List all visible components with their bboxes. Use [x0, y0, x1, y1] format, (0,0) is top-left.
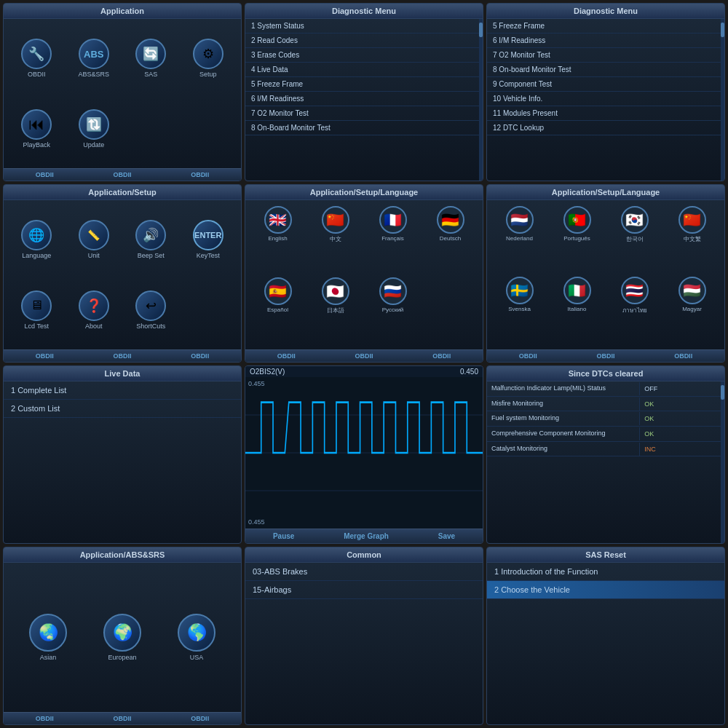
beep-icon: 🔊 — [135, 220, 166, 250]
menu-item-7[interactable]: 7 O2 Monitor Test — [245, 106, 479, 121]
icon-beep[interactable]: 🔊 Beep Set — [124, 206, 178, 274]
dtc-label-catalyst: Catalyst Monitoring — [487, 442, 639, 456]
icon-obdii[interactable]: 🔧 OBDII — [9, 25, 64, 92]
lang1-bottom-3[interactable]: OBDII — [432, 352, 451, 360]
live-data-item-1[interactable]: 1 Complete List — [4, 381, 241, 400]
flag-chinese-trad[interactable]: 🇨🇳 中文繁 — [665, 206, 719, 272]
main-grid: Application 🔧 OBDII ABS ABS&SRS 🔄 SAS ⚙ — [0, 0, 728, 728]
setup-bottom-1[interactable]: OBDII — [36, 352, 54, 360]
flag-japanese[interactable]: 🇯🇵 日本語 — [309, 277, 362, 344]
menu-item-2[interactable]: 2 Read Codes — [245, 33, 479, 48]
dtc-value-fuel: OK — [639, 412, 721, 425]
flag-hungarian[interactable]: 🇭🇺 Magyar — [665, 277, 719, 344]
lang2-bottom-1[interactable]: OBDII — [519, 352, 537, 360]
save-button[interactable]: Save — [438, 532, 455, 540]
flag-swedish[interactable]: 🇸🇪 Svenska — [493, 277, 546, 344]
panel-o2-graph: O2BIS2(V) 0.450 0.455 0.455 Pause Mer — [245, 365, 483, 544]
icon-european[interactable]: 🌍 European — [87, 571, 158, 703]
flag-german[interactable]: 🇩🇪 Deutsch — [424, 206, 477, 273]
graph-y-bottom: 0.455 — [248, 518, 265, 526]
diag2-item-12[interactable]: 12 DTC Lookup — [487, 121, 721, 135]
icon-keytest[interactable]: ENTER KeyTest — [181, 206, 236, 274]
flag-hungarian-label: Magyar — [682, 306, 702, 312]
panel-diag-menu-2: Diagnostic Menu 5 Freeze Frame 6 I/M Rea… — [486, 3, 725, 181]
icon-update[interactable]: 🔃 Update — [67, 95, 122, 163]
flag-dutch-icon: 🇳🇱 — [506, 206, 534, 234]
scrollbar-2[interactable] — [721, 19, 724, 181]
setup-placeholder — [181, 277, 236, 344]
pause-button[interactable]: Pause — [273, 532, 294, 540]
diag2-item-6[interactable]: 6 I/M Readiness — [487, 33, 721, 48]
dtc-scrollbar[interactable] — [721, 381, 724, 543]
lang2-bottom-2[interactable]: OBDII — [596, 352, 614, 360]
common-title: Common — [245, 547, 483, 563]
sas-item-2[interactable]: 2 Choose the Vehicle — [487, 581, 724, 599]
lang1-bottom-1[interactable]: OBDII — [277, 352, 296, 360]
flag-chinese[interactable]: 🇨🇳 中文 — [309, 206, 362, 273]
icon-lcdtest[interactable]: 🖥 Lcd Test — [9, 277, 64, 344]
icon-playback[interactable]: ⏮ PlayBack — [9, 95, 64, 163]
diag2-item-5[interactable]: 5 Freeze Frame — [487, 19, 721, 33]
bottom-btn-3[interactable]: OBDII — [191, 171, 209, 178]
app-setup-content: 🌐 Language 📏 Unit 🔊 Beep Set ENTER KeyTe… — [4, 200, 241, 349]
menu-item-6[interactable]: 6 I/M Readiness — [245, 92, 479, 106]
flag-german-icon: 🇩🇪 — [437, 206, 464, 234]
merge-graph-button[interactable]: Merge Graph — [344, 532, 389, 540]
keytest-icon: ENTER — [193, 220, 223, 250]
flag-russian[interactable]: 🇷🇺 Русский — [366, 277, 419, 344]
obdii-icon: 🔧 — [21, 39, 52, 69]
flag-english[interactable]: 🇬🇧 English — [251, 206, 304, 273]
menu-item-1[interactable]: 1 System Status — [245, 19, 479, 33]
flag-spanish[interactable]: 🇪🇸 Español — [251, 277, 304, 344]
common-item-abs[interactable]: 03-ABS Brakes — [245, 563, 483, 581]
diag2-item-8[interactable]: 8 On-board Monitor Test — [487, 63, 721, 77]
icon-language[interactable]: 🌐 Language — [9, 206, 64, 274]
dtc-label-mil: Malfunction Indicator Lamp(MIL) Status — [487, 381, 639, 396]
menu-item-5[interactable]: 5 Freeze Frame — [245, 77, 479, 92]
icon-unit[interactable]: 📏 Unit — [67, 206, 122, 274]
flag-italian[interactable]: 🇮🇹 Italiano — [550, 277, 604, 344]
flag-french-label: Français — [381, 235, 404, 242]
flag-korean-label: 한국어 — [626, 235, 644, 243]
bottom-btn-2[interactable]: OBDII — [113, 171, 131, 178]
icon-abssrs[interactable]: ABS ABS&SRS — [67, 25, 122, 92]
common-item-airbags[interactable]: 15-Airbags — [245, 581, 483, 599]
icon-asian[interactable]: 🌏 Asian — [12, 571, 84, 703]
diag2-item-9[interactable]: 9 Component Test — [487, 77, 721, 92]
lang1-bottom-2[interactable]: OBDII — [355, 352, 373, 360]
icon-shortcuts[interactable]: ↩ ShortCuts — [124, 277, 178, 344]
panel-application-title: Application — [4, 4, 241, 19]
icon-usa[interactable]: 🌎 USA — [161, 571, 232, 703]
graph-svg — [245, 377, 483, 529]
application-bottom-bar: OBDII OBDII OBDII — [4, 168, 241, 181]
flag-korean[interactable]: 🇰🇷 한국어 — [608, 206, 661, 272]
menu-item-4[interactable]: 4 Live Data — [245, 63, 479, 77]
icon-about[interactable]: ❓ About — [67, 277, 122, 344]
flag-french[interactable]: 🇫🇷 Français — [366, 206, 419, 273]
flag-german-label: Deutsch — [440, 235, 461, 242]
lang2-bottom-3[interactable]: OBDII — [674, 352, 692, 360]
asian-label: Asian — [40, 654, 57, 661]
setup-bottom-3[interactable]: OBDII — [191, 352, 209, 360]
icon-sas[interactable]: 🔄 SAS — [124, 25, 178, 92]
abs-bottom-2[interactable]: OBDII — [113, 715, 131, 722]
flag-portuguese[interactable]: 🇵🇹 Português — [550, 206, 604, 272]
menu-item-8[interactable]: 8 On-Board Monitor Test — [245, 121, 479, 135]
menu-item-3[interactable]: 3 Erase Codes — [245, 48, 479, 63]
graph-container: O2BIS2(V) 0.450 0.455 0.455 Pause Mer — [245, 366, 483, 543]
diag-menu-1-list: 1 System Status 2 Read Codes 3 Erase Cod… — [245, 19, 479, 181]
abs-bottom-1[interactable]: OBDII — [36, 715, 54, 722]
diag2-item-11[interactable]: 11 Modules Present — [487, 106, 721, 121]
live-data-item-2[interactable]: 2 Custom List — [4, 400, 241, 418]
diag2-item-7[interactable]: 7 O2 Monitor Test — [487, 48, 721, 63]
flag-english-icon: 🇬🇧 — [264, 206, 292, 234]
icon-setup[interactable]: ⚙ Setup — [181, 25, 236, 92]
scrollbar-1[interactable] — [479, 19, 483, 181]
sas-item-1[interactable]: 1 Introduction of the Function — [487, 563, 724, 581]
flag-dutch[interactable]: 🇳🇱 Nederland — [493, 206, 546, 272]
bottom-btn-1[interactable]: OBDII — [36, 171, 54, 178]
diag2-item-10[interactable]: 10 Vehicle Info. — [487, 92, 721, 106]
abs-bottom-3[interactable]: OBDII — [191, 715, 209, 722]
flag-thai[interactable]: 🇹🇭 ภาษาไทย — [608, 277, 661, 344]
setup-bottom-2[interactable]: OBDII — [113, 352, 131, 360]
